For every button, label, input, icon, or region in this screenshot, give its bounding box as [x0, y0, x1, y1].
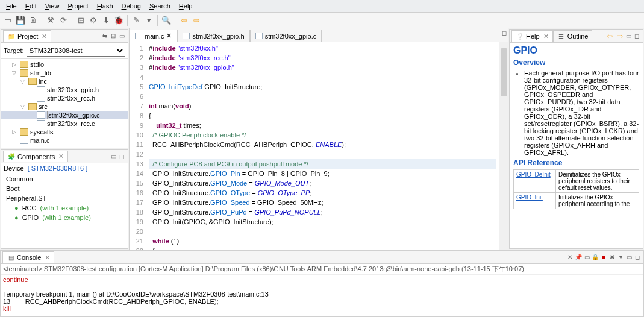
editor-tab[interactable]: stm32f0xx_gpio.h [177, 30, 249, 42]
api-link[interactable]: GPIO_Init [514, 193, 556, 209]
help-content[interactable]: GPIO Overview Each general-purpose I/O p… [510, 43, 643, 248]
components-tree[interactable]: CommonBootPeripheral.ST●RCC(with 1 examp… [1, 173, 128, 248]
editor-tab[interactable]: stm32f0xx_gpio.c [250, 30, 322, 42]
pin-icon[interactable]: 📌 [574, 253, 583, 262]
tree-item[interactable]: ▽src [1, 102, 128, 111]
minimize-icon[interactable]: ▭ [624, 32, 633, 40]
main-toolbar: ▭ 💾 🗎 ⚒ ⟳ ⊞ ⚙ ⬇ 🐞 ✎ ▾ 🔍 ⇦ ⇨ [0, 13, 644, 28]
menu-help[interactable]: Help [175, 1, 196, 11]
close-icon[interactable]: ✕ [166, 32, 172, 40]
console-header: <terminated> STM32F0308-test.configurati… [1, 264, 643, 275]
api-table: GPIO_DeInitDeinitializes the GPIOx perip… [513, 169, 639, 209]
outline-icon: ☰ [557, 32, 566, 40]
outline-tab[interactable]: ☰ Outline [553, 30, 593, 42]
build-icon[interactable]: ⚒ [45, 15, 56, 26]
menu-flash[interactable]: Flash [93, 1, 117, 11]
save-icon[interactable]: 💾 [15, 15, 26, 26]
code-editor[interactable]: 1234567891011121314151617181920212223242… [130, 42, 508, 250]
outline-tab-label: Outline [567, 33, 589, 40]
debug-icon[interactable]: 🐞 [113, 15, 124, 26]
api-heading: API Reference [513, 158, 639, 167]
tree-item[interactable]: ▷stdio [1, 60, 128, 69]
maximize-icon[interactable]: ◻ [633, 253, 642, 262]
console-tab-label: Console [17, 254, 41, 261]
menu-view[interactable]: View [42, 1, 63, 11]
save-all-icon[interactable]: 🗎 [28, 15, 39, 26]
clear-console-icon[interactable]: ✕ [566, 253, 574, 262]
help-title: GPIO [513, 45, 639, 56]
console-icon: ▤ [7, 253, 15, 262]
download-icon[interactable]: ⬇ [101, 15, 111, 26]
api-row: GPIO_DeInitDeinitializes the GPIOx perip… [514, 170, 639, 193]
overview-text: Each general-purpose I/O port has four 3… [524, 69, 639, 156]
components-tab-label: Components [17, 153, 55, 160]
menu-debug[interactable]: Debug [118, 1, 145, 11]
config-icon[interactable]: ⚙ [88, 15, 99, 26]
close-icon[interactable]: ✕ [42, 33, 47, 40]
target-icon[interactable]: ⊞ [75, 15, 86, 26]
help-forward-icon[interactable]: ⇨ [616, 32, 624, 40]
tree-item[interactable]: stm32f0xx_gpio.c [1, 111, 128, 119]
component-item[interactable]: Common [1, 174, 128, 184]
menu-file[interactable]: File [2, 1, 20, 11]
project-tree[interactable]: ▷stdio▽stm_lib▽incstm32f0xx_gpio.hstm32f… [1, 59, 128, 148]
tree-item[interactable]: ▽stm_lib [1, 69, 128, 77]
menu-project[interactable]: Project [64, 1, 92, 11]
menu-edit[interactable]: Edit [22, 1, 40, 11]
api-row: GPIO_InitInitializes the GPIOx periphera… [514, 193, 639, 209]
minimize-icon[interactable]: ▭ [109, 152, 117, 160]
target-label: Target: [4, 47, 24, 54]
back-icon[interactable]: ⇦ [178, 15, 189, 26]
components-tab[interactable]: 🧩 Components ✕ [3, 151, 68, 162]
tree-item[interactable]: stm32f0xx_rcc.h [1, 94, 128, 102]
menu-search[interactable]: Search [146, 1, 174, 11]
collapse-icon[interactable]: ⊟ [109, 32, 117, 40]
project-tab-label: Project [17, 33, 38, 40]
console-output[interactable]: continue Temporary breakpoint 1, main ()… [1, 275, 643, 316]
tree-item[interactable]: ▽inc [1, 77, 128, 86]
minimize-icon[interactable]: ▭ [625, 253, 633, 262]
remove-icon[interactable]: ✖ [608, 253, 616, 262]
tree-item[interactable]: main.c [1, 136, 128, 145]
rebuild-icon[interactable]: ⟳ [58, 15, 69, 26]
maximize-icon[interactable]: ◻ [117, 152, 126, 160]
component-item[interactable]: Boot [1, 184, 128, 193]
scroll-lock-icon[interactable]: 🔒 [591, 253, 599, 262]
line-gutter: 1234567891011121314151617181920212223242… [130, 42, 146, 250]
link-editor-icon[interactable]: ⇆ [101, 32, 109, 40]
editor-tab[interactable]: main.c✕ [130, 30, 177, 42]
help-tab[interactable]: ❔ Help ✕ [511, 30, 553, 42]
minimize-icon[interactable]: ▭ [117, 32, 126, 40]
tree-item[interactable]: ▷syscalls [1, 128, 128, 136]
open-console-icon[interactable]: ▾ [616, 253, 625, 262]
search-icon[interactable]: 🔍 [161, 15, 172, 26]
console-tab[interactable]: ▤ Console ✕ [2, 251, 54, 263]
edit-icon[interactable]: ✎ [131, 15, 142, 26]
tree-item[interactable]: stm32f0xx_gpio.h [1, 86, 128, 94]
forward-icon[interactable]: ⇨ [191, 15, 202, 26]
api-link[interactable]: GPIO_DeInit [514, 170, 556, 193]
new-icon[interactable]: ▭ [2, 15, 13, 26]
target-select[interactable]: STM32F0308-test [27, 45, 125, 57]
menu-bar: FileEditViewProjectFlashDebugSearchHelp [0, 0, 644, 13]
close-icon[interactable]: ✕ [58, 152, 64, 160]
dropdown-icon[interactable]: ▾ [143, 15, 154, 26]
code-area[interactable]: #include "stm32f0xx.h"#include "stm32f0x… [146, 42, 499, 250]
maximize-icon[interactable]: ◻ [500, 28, 508, 37]
display-icon[interactable]: ▭ [583, 253, 591, 262]
vertical-scrollbar[interactable] [499, 42, 508, 250]
device-label: Device [4, 165, 24, 172]
device-link[interactable]: [ STM32F030R8T6 ] [28, 165, 88, 172]
component-item[interactable]: ●GPIO(with 1 example) [1, 213, 128, 222]
help-icon: ❔ [516, 32, 524, 40]
component-item[interactable]: ●RCC(with 1 example) [1, 203, 128, 213]
component-item[interactable]: Peripheral.ST [1, 193, 128, 203]
maximize-icon[interactable]: ◻ [633, 32, 641, 40]
help-back-icon[interactable]: ⇦ [605, 32, 614, 40]
close-icon[interactable]: ✕ [45, 254, 50, 262]
tree-item[interactable]: stm32f0xx_rcc.c [1, 119, 128, 128]
editor-tabs: main.c✕stm32f0xx_gpio.hstm32f0xx_gpio.c◻ [130, 28, 508, 42]
close-icon[interactable]: ✕ [543, 33, 549, 40]
terminate-icon[interactable]: ■ [599, 253, 608, 262]
project-tab[interactable]: 📁 Project ✕ [3, 30, 51, 42]
